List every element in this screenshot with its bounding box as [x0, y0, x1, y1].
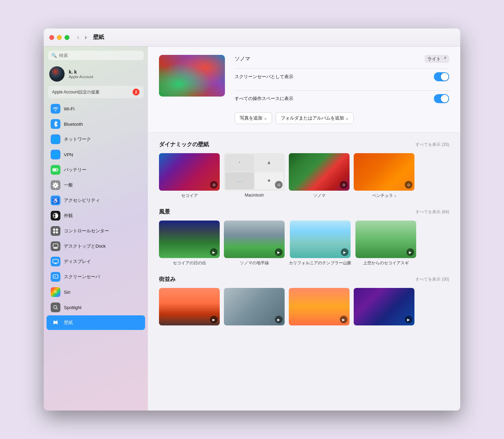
- sidebar-item-battery[interactable]: バッテリー: [47, 163, 145, 177]
- sidebar-item-appearance[interactable]: 外観: [47, 208, 145, 223]
- sidebar-item-label: デスクトップとDock: [64, 243, 106, 249]
- screensaver-toggle-row: スクリーンセーバとして表示: [235, 68, 449, 85]
- aerial-thumb: ▶: [355, 221, 416, 258]
- traffic-lights: [49, 35, 69, 40]
- svg-rect-15: [53, 259, 58, 263]
- play-badge: ▶: [405, 316, 412, 323]
- sidebar-item-label: スクリーンセーバ: [64, 274, 100, 280]
- add-folder-button[interactable]: フォルダまたはアルバムを追加: [276, 112, 354, 124]
- sidebar-item-spotlight[interactable]: Spotlight: [47, 300, 145, 315]
- window-title: 壁紙: [93, 34, 104, 41]
- wallpaper-item-bridge[interactable]: ▶: [224, 288, 285, 325]
- ventura-label: ベンチュラ ↓: [372, 193, 396, 199]
- cityscape-show-all[interactable]: すべてを表示 (30): [415, 276, 449, 282]
- sidebar-item-general[interactable]: ⚙️ 一般: [47, 178, 145, 192]
- dock-icon: [51, 241, 60, 251]
- sidebar: 🔍: [44, 47, 148, 411]
- sidebar-item-wifi[interactable]: Wi-Fi: [47, 101, 145, 116]
- suggestion-label: Apple Account設定の提案: [52, 89, 100, 95]
- sidebar-item-desktop-dock[interactable]: デスクトップとDock: [47, 239, 145, 254]
- landscape-section-header: 風景 すべてを表示 (64): [159, 208, 449, 216]
- search-box[interactable]: 🔍: [48, 51, 144, 60]
- wallpaper-item-sequoia-sunrise[interactable]: ▶ セコイアの日の出: [159, 221, 220, 266]
- network-icon: 🌐: [51, 134, 60, 144]
- user-name: k. k: [69, 69, 93, 75]
- forward-button[interactable]: ›: [83, 33, 89, 42]
- california-label: カリフォルニアのテンブラー山脈: [289, 260, 351, 266]
- wallpaper-item-sequoia[interactable]: ⊙ セコイア: [159, 153, 220, 199]
- wallpaper-item-macintosh[interactable]: 🖱️ A ⌨️ ⌘ ⊙ Macintosh: [224, 153, 285, 199]
- nav-buttons: ‹ ›: [75, 33, 89, 42]
- sidebar-item-label: Siri: [64, 290, 70, 295]
- mode-select[interactable]: ライト: [425, 55, 449, 63]
- search-input[interactable]: [59, 53, 140, 58]
- sequoia-sunrise-thumb: ▶: [159, 221, 220, 258]
- screensaver-label: スクリーンセーバとして表示: [235, 74, 293, 80]
- sidebar-item-bluetooth[interactable]: Bluetooth: [47, 117, 145, 131]
- sunset-thumb: ▶: [289, 288, 350, 325]
- wallpaper-name-row: ソノマ ライト ⌃: [235, 55, 449, 63]
- wallpaper-item-sonoma[interactable]: ⊙ ソノマ: [289, 153, 350, 199]
- landscape-grid: ▶ セコイアの日の出 ▶ ソノマの地平線: [159, 221, 449, 266]
- sidebar-item-display[interactable]: ディスプレイ: [47, 254, 145, 269]
- aerial-label: 上空からのセコイアスギ: [363, 260, 409, 266]
- gear-icon: ⚙️: [51, 180, 60, 190]
- wallpaper-header: ソノマ ライト ⌃ スクリーンセーバとして表示 すべての操作スペー: [148, 47, 460, 133]
- wallpaper-name: ソノマ: [235, 56, 250, 62]
- spotlight-icon: [51, 303, 60, 312]
- current-wallpaper-preview[interactable]: [159, 55, 225, 97]
- sidebar-item-label: 一般: [64, 182, 73, 188]
- cityscape-grid: ▶ ▶ ▶: [159, 288, 449, 325]
- screensaver-toggle[interactable]: [434, 72, 449, 81]
- main-panel: ソノマ ライト ⌃ スクリーンセーバとして表示 すべての操作スペー: [148, 47, 460, 411]
- gallery-area: ダイナミックの壁紙 すべてを表示 (33) ⊙ セコイア: [148, 133, 460, 343]
- wallpaper-item-aerial[interactable]: ▶ 上空からのセコイアスギ: [355, 221, 416, 266]
- screensaver-icon: [51, 272, 60, 282]
- main-content: 🔍: [44, 47, 460, 411]
- back-button[interactable]: ‹: [75, 33, 81, 42]
- landscape-show-all[interactable]: すべてを表示 (64): [415, 209, 449, 215]
- wallpaper-item-sonoma-horizon[interactable]: ▶ ソノマの地平線: [224, 221, 285, 266]
- apple-account-suggestion[interactable]: Apple Account設定の提案 2: [48, 86, 144, 98]
- search-icon: 🔍: [51, 53, 57, 58]
- user-section[interactable]: k. k Apple Account: [44, 63, 148, 86]
- add-photo-button[interactable]: 写真を追加: [235, 112, 272, 124]
- sidebar-item-screensaver[interactable]: スクリーンセーバ: [47, 270, 145, 284]
- minimize-button[interactable]: [57, 35, 62, 40]
- wallpaper-item-dubai[interactable]: ▶: [159, 288, 220, 325]
- sidebar-item-accessibility[interactable]: ♿ アクセシビリティ: [47, 193, 145, 208]
- macintosh-thumb: 🖱️ A ⌨️ ⌘ ⊙: [224, 153, 285, 191]
- sidebar-item-wallpaper[interactable]: 壁紙: [47, 315, 145, 330]
- dynamic-show-all[interactable]: すべてを表示 (33): [415, 142, 449, 148]
- sidebar-item-network[interactable]: 🌐 ネットワーク: [47, 132, 145, 147]
- maximize-button[interactable]: [65, 35, 69, 40]
- close-button[interactable]: [49, 35, 54, 40]
- mode-select-wrapper: ライト ⌃: [425, 55, 449, 63]
- all-spaces-toggle[interactable]: [434, 94, 449, 103]
- sidebar-item-label: Bluetooth: [64, 122, 83, 127]
- dynamic-badge: ⊙: [405, 181, 412, 189]
- sidebar-item-control-center[interactable]: コントロールセンター: [47, 224, 145, 238]
- sequoia-sunrise-label: セコイアの日の出: [173, 260, 206, 266]
- play-badge: ▶: [275, 248, 283, 256]
- sidebar-item-vpn[interactable]: 🌐 VPN: [47, 147, 145, 162]
- vpn-icon: 🌐: [51, 150, 60, 159]
- wallpaper-item-sunset[interactable]: ▶: [289, 288, 350, 325]
- accessibility-icon: ♿: [51, 196, 60, 205]
- dubai-thumb: ▶: [159, 288, 220, 325]
- svg-rect-10: [56, 229, 58, 231]
- wallpaper-item-night[interactable]: ▶: [354, 288, 414, 325]
- play-badge: ▶: [341, 248, 348, 256]
- sidebar-item-siri[interactable]: Siri: [47, 285, 145, 299]
- wallpaper-item-california[interactable]: ▶ カリフォルニアのテンブラー山脈: [289, 221, 351, 266]
- landscape-section-title: 風景: [159, 208, 170, 216]
- svg-line-20: [57, 308, 58, 310]
- sequoia-label: セコイア: [181, 193, 198, 199]
- svg-rect-14: [53, 248, 58, 249]
- wallpaper-item-ventura[interactable]: ⊙ ベンチュラ ↓: [354, 153, 414, 199]
- appearance-icon: [51, 211, 60, 221]
- all-spaces-toggle-row: すべての操作スペースに表示: [235, 90, 449, 107]
- dynamic-badge: ⊙: [210, 181, 218, 189]
- svg-point-19: [54, 306, 57, 309]
- sidebar-item-label: ネットワーク: [64, 136, 91, 142]
